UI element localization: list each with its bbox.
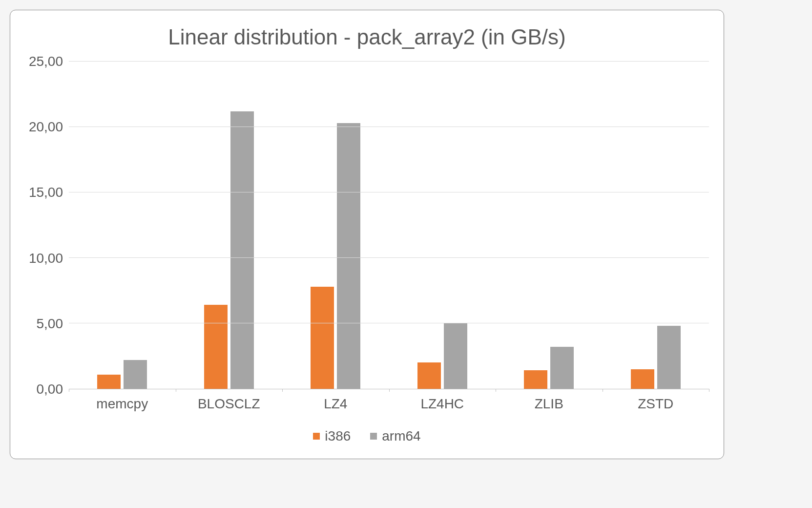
bar-i386 bbox=[631, 369, 654, 389]
bar-i386 bbox=[97, 375, 121, 389]
y-tick-label: 0,00 bbox=[37, 381, 63, 397]
category-slot bbox=[176, 62, 283, 389]
y-axis: 0,005,0010,0015,0020,0025,00 bbox=[25, 62, 69, 389]
legend-item-i386: i386 bbox=[313, 428, 351, 444]
bar-arm64 bbox=[337, 123, 360, 389]
x-axis-label: LZ4 bbox=[282, 389, 389, 416]
legend-swatch bbox=[313, 433, 320, 440]
category-slot bbox=[496, 62, 603, 389]
category-slot bbox=[282, 62, 389, 389]
bar-arm64 bbox=[657, 326, 681, 389]
x-axis-label: ZLIB bbox=[496, 389, 603, 416]
x-axis-label: BLOSCLZ bbox=[176, 389, 283, 416]
gridline bbox=[69, 323, 709, 323]
grid-area bbox=[69, 62, 709, 389]
category-slot bbox=[603, 62, 709, 389]
x-tick-mark bbox=[709, 389, 709, 392]
bar-arm64 bbox=[124, 360, 147, 389]
x-tick-mark bbox=[389, 389, 390, 392]
bar-i386 bbox=[524, 370, 547, 389]
x-axis: memcpyBLOSCLZLZ4LZ4HCZLIBZSTD bbox=[69, 389, 709, 416]
x-tick-mark bbox=[69, 389, 69, 392]
bar-i386 bbox=[311, 287, 334, 389]
y-tick-label: 15,00 bbox=[29, 185, 63, 200]
y-tick-label: 20,00 bbox=[29, 119, 63, 135]
x-axis-label: memcpy bbox=[69, 389, 176, 416]
y-tick-label: 10,00 bbox=[29, 251, 63, 266]
x-tick-mark bbox=[603, 389, 603, 392]
gridline bbox=[69, 61, 709, 62]
bar-arm64 bbox=[444, 323, 467, 389]
chart-title: Linear distribution - pack_array2 (in GB… bbox=[25, 25, 709, 49]
x-axis-label: LZ4HC bbox=[389, 389, 496, 416]
chart-container: Linear distribution - pack_array2 (in GB… bbox=[10, 10, 724, 459]
bar-arm64 bbox=[550, 347, 574, 389]
bars-layer bbox=[69, 62, 709, 389]
legend-label: arm64 bbox=[382, 428, 420, 444]
legend-swatch bbox=[370, 433, 377, 440]
x-tick-mark bbox=[282, 389, 283, 392]
x-tick-mark bbox=[496, 389, 496, 392]
legend-item-arm64: arm64 bbox=[370, 428, 420, 444]
x-tick-mark bbox=[176, 389, 176, 392]
x-axis-label: ZSTD bbox=[603, 389, 709, 416]
bar-i386 bbox=[204, 305, 228, 389]
legend-label: i386 bbox=[325, 428, 351, 444]
y-tick-label: 25,00 bbox=[29, 54, 63, 69]
category-slot bbox=[69, 62, 176, 389]
legend: i386arm64 bbox=[25, 428, 709, 444]
plot-area: 0,005,0010,0015,0020,0025,00 bbox=[25, 62, 709, 389]
gridline bbox=[69, 192, 709, 192]
gridline bbox=[69, 257, 709, 258]
gridline bbox=[69, 127, 709, 127]
category-slot bbox=[389, 62, 496, 389]
bar-arm64 bbox=[230, 111, 254, 389]
bar-i386 bbox=[417, 362, 441, 389]
y-tick-label: 5,00 bbox=[37, 316, 63, 332]
